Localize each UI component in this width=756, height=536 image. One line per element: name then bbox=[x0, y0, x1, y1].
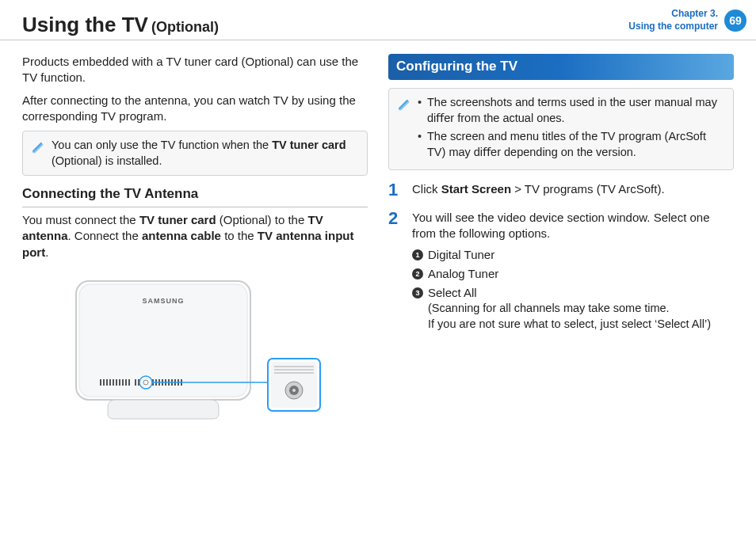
svg-rect-3 bbox=[103, 379, 105, 386]
antenna-text-3: . Connect the bbox=[68, 229, 142, 242]
chapter-name: Using the computer bbox=[628, 21, 718, 33]
svg-rect-2 bbox=[100, 379, 101, 386]
page-number-badge: 69 bbox=[724, 10, 746, 32]
svg-rect-7 bbox=[116, 379, 117, 386]
antenna-bold-1: TV tuner card bbox=[139, 213, 216, 226]
right-column: Conﬁguring the TV The screenshots and te… bbox=[388, 54, 734, 424]
intro-paragraph-1: Products embedded with a TV tuner card (… bbox=[22, 54, 368, 86]
note-text: You can only use the TV function when th… bbox=[52, 138, 359, 169]
step-number: 2 bbox=[388, 210, 404, 335]
svg-rect-6 bbox=[113, 379, 114, 386]
antenna-bold-3: antenna cable bbox=[142, 229, 221, 242]
svg-rect-9 bbox=[122, 379, 124, 386]
note-text-suffix: (Optional) is installed. bbox=[52, 154, 162, 167]
option-digital-tuner: 1 Digital Tuner bbox=[412, 247, 734, 263]
step-2: 2 You will see the video device section … bbox=[388, 210, 734, 335]
option-marker-2: 2 bbox=[412, 268, 423, 279]
note-text-bold: TV tuner card bbox=[272, 139, 346, 151]
svg-rect-11 bbox=[128, 379, 130, 386]
svg-rect-12 bbox=[135, 379, 136, 386]
antenna-text-4: to the bbox=[221, 229, 258, 242]
note-item: The screenshots and terms used in the us… bbox=[418, 95, 725, 126]
step-body: Click Start Screen > TV programs (TV Arc… bbox=[412, 181, 734, 199]
header-rule bbox=[0, 40, 756, 40]
option-analog-tuner: 2 Analog Tuner bbox=[412, 266, 734, 282]
note-item: The screen and menu titles of the TV pro… bbox=[418, 129, 725, 160]
antenna-text-1: You must connect the bbox=[22, 213, 139, 226]
option-label: Select All bbox=[428, 285, 734, 301]
svg-rect-10 bbox=[125, 379, 127, 386]
step1-text-bold: Start Screen bbox=[441, 182, 511, 196]
antenna-paragraph: You must connect the TV tuner card (Opti… bbox=[22, 212, 368, 260]
page-subtitle: (Optional) bbox=[151, 19, 219, 35]
step2-options: 1 Digital Tuner 2 Analog Tuner 3 Select … bbox=[412, 247, 734, 333]
note-icon bbox=[31, 138, 45, 169]
page-header: Using the TV (Optional) Chapter 3. Using… bbox=[0, 0, 756, 43]
figure-device: SAMSUNG bbox=[60, 273, 330, 424]
chapter-number: Chapter 3. bbox=[628, 8, 718, 21]
option-label: Digital Tuner bbox=[428, 247, 734, 263]
intro-paragraph-2: After connecting to the antenna, you can… bbox=[22, 93, 368, 125]
svg-rect-4 bbox=[106, 379, 108, 386]
note-icon bbox=[397, 95, 411, 163]
step-number: 1 bbox=[388, 181, 404, 199]
section-title-configuring: Conﬁguring the TV bbox=[388, 54, 734, 80]
note-box-screenshots: The screenshots and terms used in the us… bbox=[388, 88, 734, 170]
option-note: (Scanning for all channels may take some… bbox=[428, 301, 734, 332]
step2-text: You will see the video device section wi… bbox=[412, 210, 734, 242]
step-1: 1 Click Start Screen > TV programs (TV A… bbox=[388, 181, 734, 199]
option-marker-3: 3 bbox=[412, 287, 423, 298]
option-marker-1: 1 bbox=[412, 249, 423, 260]
subheading-antenna: Connecting the TV Antenna bbox=[22, 185, 368, 207]
svg-point-31 bbox=[292, 389, 296, 392]
note-text-prefix: You can only use the TV function when th… bbox=[52, 139, 272, 151]
left-column: Products embedded with a TV tuner card (… bbox=[22, 54, 368, 424]
device-brand-text: SAMSUNG bbox=[142, 297, 184, 305]
step1-text-post: > TV programs (TV ArcSoft). bbox=[511, 182, 665, 196]
svg-rect-8 bbox=[119, 379, 120, 386]
note-list: The screenshots and terms used in the us… bbox=[418, 95, 725, 163]
option-content: Select All (Scanning for all channels ma… bbox=[428, 285, 734, 332]
step-body: You will see the video device section wi… bbox=[412, 210, 734, 335]
antenna-text-2: (Optional) to the bbox=[216, 213, 308, 226]
option-label: Analog Tuner bbox=[428, 266, 734, 282]
antenna-text-5: . bbox=[45, 245, 48, 259]
step1-text-pre: Click bbox=[412, 182, 441, 196]
chapter-label: Chapter 3. Using the computer bbox=[628, 8, 718, 32]
option-select-all: 3 Select All (Scanning for all channels … bbox=[412, 285, 734, 332]
content-columns: Products embedded with a TV tuner card (… bbox=[0, 43, 756, 424]
svg-rect-5 bbox=[109, 379, 111, 386]
page-title: Using the TV bbox=[22, 13, 148, 36]
note-box-tuner-card: You can only use the TV function when th… bbox=[22, 131, 368, 176]
